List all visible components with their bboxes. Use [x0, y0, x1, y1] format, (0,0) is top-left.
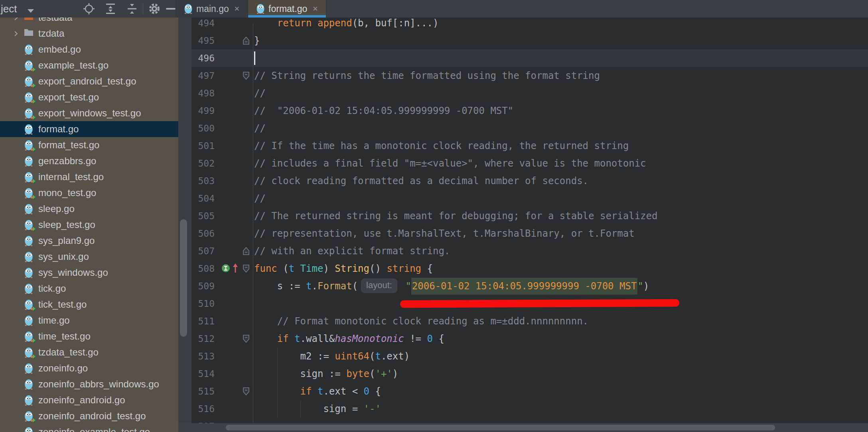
chevron-right-icon[interactable] [14, 18, 18, 21]
code-line[interactable]: 498// [191, 84, 868, 102]
code-line[interactable]: 515 if t.ext < 0 { [191, 383, 868, 400]
tab-format-go[interactable]: format.go✕ [248, 0, 326, 18]
tree-item-sys_plan9-go[interactable]: sys_plan9.go [0, 233, 178, 249]
tree-item-sys_unix-go[interactable]: sys_unix.go [0, 249, 178, 265]
panel-scrollbar-track[interactable] [178, 18, 191, 432]
tree-item-export_windows_test-go[interactable]: export_windows_test.go [0, 105, 178, 121]
fold-marker-icon[interactable] [243, 387, 250, 397]
tree-item-tick-go[interactable]: tick.go [0, 281, 178, 297]
go-file-icon [24, 267, 34, 278]
tree-item-genzabbrs-go[interactable]: genzabbrs.go [0, 153, 178, 169]
tree-item-tick_test-go[interactable]: tick_test.go [0, 297, 178, 312]
tree-item-sleep_test-go[interactable]: sleep_test.go [0, 217, 178, 233]
tree-item-sleep-go[interactable]: sleep.go [0, 201, 178, 217]
expand-all-icon[interactable] [105, 3, 116, 15]
tab-main-go[interactable]: main.go✕ [176, 0, 248, 18]
code-token: // If the time has a monotonic clock rea… [254, 140, 629, 151]
horizontal-scrollbar-track[interactable] [178, 423, 868, 432]
tree-item-zoneinfo_android_test-go[interactable]: zoneinfo_android_test.go [0, 408, 178, 424]
code-line[interactable]: 507// with an explicit format string. [191, 242, 868, 260]
code-line[interactable]: 512 if t.wall&hasMonotonic != 0 { [191, 330, 868, 348]
tree-item-label: export_android_test.go [38, 76, 136, 87]
code-text: sign = '-' [254, 400, 381, 418]
tree-item-testdata[interactable]: testdata [0, 18, 178, 26]
close-icon[interactable]: ✕ [234, 5, 240, 13]
code-text: // [254, 120, 266, 137]
code-text: // The returned string is meant for debu… [254, 207, 657, 225]
chevron-down-icon[interactable] [25, 5, 37, 17]
go-file-icon [24, 156, 34, 167]
code-line[interactable]: 504// [191, 190, 868, 207]
tree-item-label: embed.go [38, 44, 81, 55]
code-line[interactable]: 505// The returned string is meant for d… [191, 207, 868, 225]
chevron-right-icon[interactable] [14, 31, 18, 37]
implements-interface-icon[interactable] [221, 263, 231, 275]
fold-marker-icon[interactable] [243, 36, 250, 47]
code-line[interactable]: 500// [191, 120, 868, 137]
code-editor[interactable]: 494 return append(b, buf[:n]...)495}4964… [191, 0, 868, 432]
go-test-file-icon [24, 220, 34, 230]
gear-icon[interactable] [148, 3, 160, 15]
tree-item-format_test-go[interactable]: format_test.go [0, 137, 178, 153]
tree-item-time_test-go[interactable]: time_test.go [0, 328, 178, 344]
code-line[interactable]: 496 [191, 49, 868, 67]
tree-item-tzdata_test-go[interactable]: tzdata_test.go [0, 344, 178, 360]
tree-item-export_test-go[interactable]: export_test.go [0, 89, 178, 105]
active-tab-underline [248, 15, 326, 18]
code-line[interactable]: 508func (t Time) String() string { [191, 260, 868, 277]
project-panel-title[interactable]: ject [1, 3, 17, 15]
go-file-icon [184, 4, 193, 14]
code-line[interactable]: 499// "2006-01-02 15:04:05.999999999 -07… [191, 102, 868, 120]
horizontal-scrollbar-thumb[interactable] [226, 425, 775, 430]
tree-item-mono_test-go[interactable]: mono_test.go [0, 185, 178, 201]
tree-item-zoneinfo_abbrs_windows-go[interactable]: zoneinfo_abbrs_windows.go [0, 376, 178, 392]
tree-item-zoneinfo_android-go[interactable]: zoneinfo_android.go [0, 392, 178, 408]
code-line[interactable]: 513 m2 := uint64(t.ext) [191, 348, 868, 365]
tree-item-tzdata[interactable]: tzdata [0, 26, 178, 41]
code-line[interactable]: 495} [191, 32, 868, 49]
code-line[interactable]: 506// representation, use t.MarshalText,… [191, 225, 868, 242]
tree-item-example_test-go[interactable]: example_test.go [0, 57, 178, 73]
fold-marker-icon[interactable] [243, 264, 250, 275]
code-token: Time [300, 263, 324, 274]
code-token: // The returned string is meant for debu… [254, 210, 657, 222]
go-test-file-icon [24, 108, 34, 119]
code-line[interactable]: 509 s := t.Format(layout: "2006-01-02 15… [191, 277, 868, 295]
tree-item-internal_test-go[interactable]: internal_test.go [0, 169, 178, 185]
line-number: 506 [191, 225, 215, 242]
tree-item-embed-go[interactable]: embed.go [0, 41, 178, 57]
tree-item-zoneinfo-go[interactable]: zoneinfo.go [0, 360, 178, 376]
code-line[interactable]: 503// clock reading formatted as a decim… [191, 172, 868, 190]
code-line[interactable]: 511 // Format monotonic clock reading as… [191, 312, 868, 330]
code-token: // [254, 123, 266, 134]
tree-item-export_android_test-go[interactable]: export_android_test.go [0, 73, 178, 89]
code-token: .ext) [381, 351, 410, 362]
go-file-icon [24, 363, 34, 374]
code-line[interactable]: 516 sign = '-' [191, 400, 868, 418]
tree-item-sys_windows-go[interactable]: sys_windows.go [0, 265, 178, 281]
code-line[interactable]: 497// String returns the time formatted … [191, 67, 868, 84]
code-token: // includes a final field "m=±<value>", … [254, 158, 646, 169]
hide-panel-icon[interactable] [166, 8, 176, 10]
line-number: 505 [191, 207, 215, 225]
fold-marker-icon[interactable] [243, 71, 250, 82]
fold-marker-icon[interactable] [243, 247, 250, 257]
line-number: 495 [191, 32, 215, 49]
close-icon[interactable]: ✕ [312, 5, 318, 13]
panel-scrollbar-thumb[interactable] [180, 219, 187, 337]
tree-item-label: export_test.go [38, 92, 99, 103]
collapse-all-icon[interactable] [126, 3, 138, 15]
code-line[interactable]: 501// If the time has a monotonic clock … [191, 137, 868, 155]
fold-marker-icon[interactable] [243, 334, 250, 345]
override-up-arrow-icon[interactable] [232, 263, 239, 275]
tree-item-format-go[interactable]: format.go [0, 121, 178, 137]
code-token: if [300, 386, 318, 397]
project-tree[interactable]: testdatatzdataembed.goexample_test.goexp… [0, 18, 178, 432]
go-file-icon [256, 4, 265, 14]
code-line[interactable]: 514 sign := byte('+') [191, 365, 868, 383]
locate-file-icon[interactable] [83, 3, 95, 15]
code-line[interactable]: 502// includes a final field "m=±<value>… [191, 155, 868, 172]
tree-item-zoneinfo_example_test-go[interactable]: zoneinfo_example_test.go [0, 424, 178, 432]
text-caret [254, 51, 255, 65]
tree-item-time-go[interactable]: time.go [0, 312, 178, 328]
